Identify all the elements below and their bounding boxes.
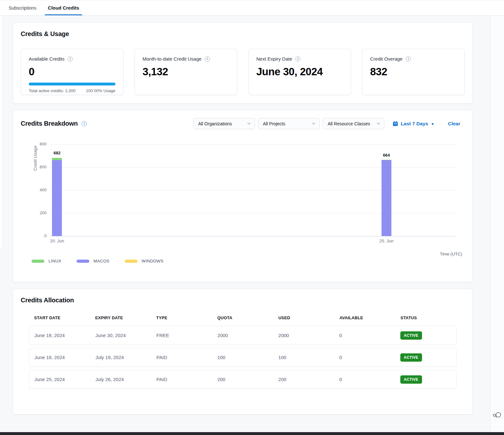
clear-filters-button[interactable]: Clear: [448, 121, 460, 127]
caret-down-icon: ▼: [431, 122, 434, 126]
macos-swatch: [77, 260, 89, 263]
gridline: [50, 236, 456, 236]
info-icon[interactable]: i: [205, 56, 210, 62]
next-expiry-card: Next Expiry Date i June 30, 2024: [248, 49, 351, 95]
available-credits-card: Available Credits i 0 Total active credi…: [21, 49, 123, 95]
credits-progress-fill: [29, 83, 115, 85]
info-icon[interactable]: i: [295, 56, 300, 62]
x-axis-tick: [386, 236, 387, 238]
bar-total-label: 664: [383, 153, 390, 158]
y-axis-tick-label: 600: [40, 165, 47, 169]
projects-select[interactable]: All Projects: [258, 118, 320, 129]
credit-overage-label: Credit Overage: [370, 56, 403, 62]
available-credits-label: Available Credits: [29, 56, 64, 62]
info-icon[interactable]: i: [406, 56, 411, 62]
cell-type: FREE: [151, 333, 212, 338]
credit-overage-card: Credit Overage i 832: [362, 49, 465, 95]
linux-swatch: [32, 260, 44, 263]
table-row: June 25, 2024 July 26, 2024 PAID 200 200…: [29, 370, 456, 389]
table-row: June 18, 2024 July 19, 2024 PAID 100 100…: [29, 348, 456, 367]
status-badge: ACTIVE: [400, 353, 422, 362]
credit-overage-value: 832: [370, 66, 457, 78]
y-axis-tick-label: 400: [40, 188, 47, 192]
chevron-down-icon: [312, 122, 315, 125]
legend-item-linux[interactable]: LINUX: [32, 259, 61, 263]
gridline: [50, 213, 456, 213]
chat-bubbles-icon: [493, 410, 502, 420]
cell-quota: 100: [212, 355, 273, 360]
y-axis-tick-label: 200: [40, 210, 47, 215]
mtd-usage-label: Month-to-date Credit Usage: [143, 56, 202, 62]
stacked-bar-20-jun[interactable]: [52, 158, 62, 236]
cell-quota: 2000: [212, 333, 273, 338]
calendar-icon: [393, 121, 398, 126]
x-axis-tick-label: 20. Jun: [50, 239, 64, 243]
chart-plot: Credit Usage Time (UTC) 0200400600800682…: [50, 144, 456, 236]
window-bottom-edge: [0, 432, 504, 435]
x-axis-tick: [57, 236, 57, 238]
col-used: USED: [273, 315, 334, 320]
content-left-edge: [0, 16, 3, 248]
chevron-down-icon: [377, 122, 380, 125]
plan-tabbar: Subscriptions Cloud Credits: [0, 0, 504, 16]
y-axis-title: Credit Usage: [33, 146, 38, 171]
usage-percent: 100.00% Usage: [86, 88, 115, 93]
windows-legend-label: WINDOWS: [142, 259, 164, 263]
tab-cloud-credits[interactable]: Cloud Credits: [47, 0, 80, 15]
gridline: [50, 167, 456, 167]
stacked-bar-25-jun[interactable]: [382, 160, 391, 236]
cell-start-date: June 25, 2024: [29, 377, 90, 382]
gridline: [50, 190, 456, 190]
legend-item-windows[interactable]: WINDOWS: [125, 259, 164, 263]
x-axis-tick-label: 25. Jun: [379, 239, 393, 243]
credits-breakdown-title: Credits Breakdown: [21, 120, 78, 127]
cell-start-date: June 18, 2024: [29, 355, 90, 360]
available-credits-value: 0: [29, 66, 115, 78]
bar-segment-macos[interactable]: [382, 160, 391, 236]
credits-allocation-section: Credits Allocation START DATE EXPIRY DAT…: [13, 289, 473, 415]
organizations-select[interactable]: All Organizations: [193, 118, 255, 129]
bar-segment-linux[interactable]: [52, 158, 62, 160]
resource-classes-select[interactable]: All Resource Classes: [323, 118, 384, 129]
bar-segment-macos[interactable]: [52, 160, 62, 236]
credits-usage-title: Credits & Usage: [21, 30, 465, 38]
next-expiry-value: June 30, 2024: [256, 66, 343, 78]
page-right-gutter: [490, 16, 504, 432]
date-range-value: Last 7 Days: [401, 121, 428, 127]
status-badge: ACTIVE: [400, 331, 422, 340]
cell-quota: 200: [212, 377, 273, 382]
cell-available: 0: [334, 333, 395, 338]
col-start-date: START DATE: [29, 315, 90, 320]
credits-progress-track: [29, 83, 115, 85]
credit-usage-chart: Credit Usage Time (UTC) 0200400600800682…: [21, 141, 465, 268]
cell-used: 100: [273, 355, 334, 360]
info-icon[interactable]: i: [68, 56, 73, 62]
chart-legend: LINUX MACOS WINDOWS: [32, 259, 163, 263]
next-expiry-label: Next Expiry Date: [256, 56, 293, 62]
tab-subscriptions-label: Subscriptions: [9, 5, 36, 11]
bar-total-label: 682: [54, 151, 61, 155]
col-expiry-date: EXPIRY DATE: [90, 315, 151, 320]
organizations-select-value: All Organizations: [198, 121, 232, 126]
projects-select-value: All Projects: [263, 121, 285, 126]
legend-item-macos[interactable]: MACOS: [77, 259, 109, 263]
col-type: TYPE: [151, 315, 212, 320]
info-icon[interactable]: i: [82, 121, 87, 126]
credits-allocation-title: Credits Allocation: [21, 297, 465, 304]
cell-type: PAID: [151, 355, 212, 360]
y-axis-tick-label: 800: [40, 142, 47, 146]
date-range-picker[interactable]: Last 7 Days ▼: [393, 121, 434, 127]
resource-classes-select-value: All Resource Classes: [328, 121, 370, 126]
gridline: [50, 144, 456, 144]
cell-used: 2000: [273, 333, 334, 338]
cell-used: 200: [273, 377, 334, 382]
col-available: AVAILABLE: [334, 315, 395, 320]
credits-usage-section: Credits & Usage Available Credits i 0 To…: [13, 22, 473, 104]
mtd-usage-value: 3,132: [143, 66, 229, 78]
windows-swatch: [125, 260, 137, 263]
cell-available: 0: [334, 355, 395, 360]
tab-subscriptions[interactable]: Subscriptions: [7, 0, 38, 15]
mtd-usage-card: Month-to-date Credit Usage i 3,132: [135, 49, 237, 95]
macos-legend-label: MACOS: [93, 259, 109, 263]
chat-launcher-button[interactable]: [492, 410, 503, 421]
